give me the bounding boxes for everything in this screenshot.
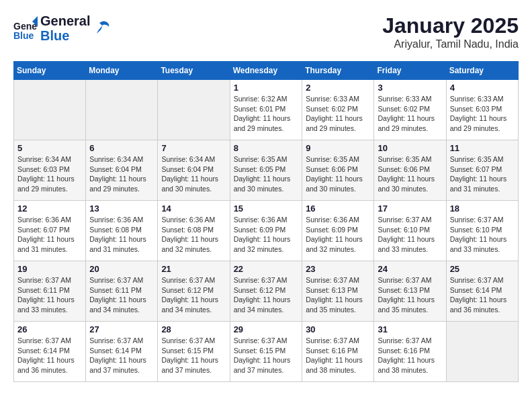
title-block: January 2025 Ariyalur, Tamil Nadu, India xyxy=(382,13,519,50)
calendar-cell: 18Sunrise: 6:37 AM Sunset: 6:10 PM Dayli… xyxy=(446,201,518,261)
location-subtitle: Ariyalur, Tamil Nadu, India xyxy=(382,38,519,50)
calendar-cell xyxy=(158,80,230,140)
day-info: Sunrise: 6:34 AM Sunset: 6:04 PM Dayligh… xyxy=(161,154,226,194)
month-year-title: January 2025 xyxy=(382,13,519,38)
day-info: Sunrise: 6:36 AM Sunset: 6:07 PM Dayligh… xyxy=(17,215,82,255)
day-info: Sunrise: 6:37 AM Sunset: 6:13 PM Dayligh… xyxy=(306,275,370,315)
day-info: Sunrise: 6:37 AM Sunset: 6:14 PM Dayligh… xyxy=(450,275,515,315)
day-info: Sunrise: 6:34 AM Sunset: 6:03 PM Dayligh… xyxy=(17,154,82,194)
day-info: Sunrise: 6:36 AM Sunset: 6:08 PM Dayligh… xyxy=(89,215,154,255)
days-of-week-row: SundayMondayTuesdayWednesdayThursdayFrid… xyxy=(14,62,519,80)
page-header: General Blue General Blue January 2025 A… xyxy=(13,13,519,50)
day-number: 26 xyxy=(17,324,82,334)
day-number: 9 xyxy=(306,143,370,153)
day-number: 3 xyxy=(378,83,442,93)
day-info: Sunrise: 6:35 AM Sunset: 6:06 PM Dayligh… xyxy=(306,154,370,194)
calendar-cell: 3Sunrise: 6:33 AM Sunset: 6:02 PM Daylig… xyxy=(374,80,446,140)
calendar-week-row: 12Sunrise: 6:36 AM Sunset: 6:07 PM Dayli… xyxy=(14,201,519,261)
day-number: 1 xyxy=(234,83,299,93)
calendar-cell: 21Sunrise: 6:37 AM Sunset: 6:12 PM Dayli… xyxy=(158,261,230,322)
logo-icon: General Blue xyxy=(13,16,38,40)
day-number: 20 xyxy=(89,264,154,274)
day-info: Sunrise: 6:37 AM Sunset: 6:16 PM Dayligh… xyxy=(306,336,370,375)
day-number: 10 xyxy=(378,143,442,153)
calendar-cell: 8Sunrise: 6:35 AM Sunset: 6:05 PM Daylig… xyxy=(230,140,302,201)
logo-general-text: General xyxy=(40,13,90,28)
svg-text:Blue: Blue xyxy=(13,30,34,40)
day-number: 18 xyxy=(450,203,515,214)
day-info: Sunrise: 6:37 AM Sunset: 6:10 PM Dayligh… xyxy=(450,215,515,255)
calendar-week-row: 19Sunrise: 6:37 AM Sunset: 6:11 PM Dayli… xyxy=(14,261,519,322)
day-info: Sunrise: 6:37 AM Sunset: 6:12 PM Dayligh… xyxy=(161,275,226,315)
day-info: Sunrise: 6:37 AM Sunset: 6:15 PM Dayligh… xyxy=(234,336,299,375)
day-number: 22 xyxy=(234,264,299,274)
day-info: Sunrise: 6:37 AM Sunset: 6:11 PM Dayligh… xyxy=(17,275,82,315)
calendar-cell: 15Sunrise: 6:36 AM Sunset: 6:09 PM Dayli… xyxy=(230,201,302,261)
day-number: 21 xyxy=(161,264,226,274)
day-number: 2 xyxy=(306,83,370,93)
day-info: Sunrise: 6:37 AM Sunset: 6:16 PM Dayligh… xyxy=(378,336,442,375)
calendar-cell: 30Sunrise: 6:37 AM Sunset: 6:16 PM Dayli… xyxy=(302,322,374,382)
calendar-week-row: 26Sunrise: 6:37 AM Sunset: 6:14 PM Dayli… xyxy=(14,322,519,382)
day-number: 11 xyxy=(450,143,515,153)
day-number: 23 xyxy=(306,264,370,274)
calendar-cell xyxy=(14,80,86,140)
day-info: Sunrise: 6:36 AM Sunset: 6:09 PM Dayligh… xyxy=(234,215,299,255)
calendar-body: 1Sunrise: 6:32 AM Sunset: 6:01 PM Daylig… xyxy=(14,80,519,382)
day-info: Sunrise: 6:33 AM Sunset: 6:02 PM Dayligh… xyxy=(378,94,442,134)
day-number: 15 xyxy=(234,203,299,214)
calendar-cell: 27Sunrise: 6:37 AM Sunset: 6:14 PM Dayli… xyxy=(86,322,158,382)
calendar-cell: 6Sunrise: 6:34 AM Sunset: 6:04 PM Daylig… xyxy=(86,140,158,201)
day-info: Sunrise: 6:36 AM Sunset: 6:09 PM Dayligh… xyxy=(306,215,370,255)
calendar-cell: 25Sunrise: 6:37 AM Sunset: 6:14 PM Dayli… xyxy=(446,261,518,322)
day-info: Sunrise: 6:37 AM Sunset: 6:11 PM Dayligh… xyxy=(89,275,154,315)
calendar-cell: 13Sunrise: 6:36 AM Sunset: 6:08 PM Dayli… xyxy=(86,201,158,261)
day-number: 7 xyxy=(161,143,226,153)
day-of-week-header: Sunday xyxy=(14,62,86,80)
day-number: 13 xyxy=(89,203,154,214)
calendar-cell xyxy=(86,80,158,140)
calendar-cell: 19Sunrise: 6:37 AM Sunset: 6:11 PM Dayli… xyxy=(14,261,86,322)
calendar-cell: 1Sunrise: 6:32 AM Sunset: 6:01 PM Daylig… xyxy=(230,80,302,140)
day-number: 6 xyxy=(89,143,154,153)
calendar-cell: 2Sunrise: 6:33 AM Sunset: 6:02 PM Daylig… xyxy=(302,80,374,140)
day-info: Sunrise: 6:37 AM Sunset: 6:12 PM Dayligh… xyxy=(234,275,299,315)
calendar-week-row: 1Sunrise: 6:32 AM Sunset: 6:01 PM Daylig… xyxy=(14,80,519,140)
day-number: 4 xyxy=(450,83,515,93)
day-number: 16 xyxy=(306,203,370,214)
day-number: 28 xyxy=(161,324,226,334)
calendar-cell: 26Sunrise: 6:37 AM Sunset: 6:14 PM Dayli… xyxy=(14,322,86,382)
day-info: Sunrise: 6:36 AM Sunset: 6:08 PM Dayligh… xyxy=(161,215,226,255)
calendar-cell: 28Sunrise: 6:37 AM Sunset: 6:15 PM Dayli… xyxy=(158,322,230,382)
calendar-cell: 11Sunrise: 6:35 AM Sunset: 6:07 PM Dayli… xyxy=(446,140,518,201)
day-info: Sunrise: 6:37 AM Sunset: 6:10 PM Dayligh… xyxy=(378,215,442,255)
day-of-week-header: Monday xyxy=(86,62,158,80)
calendar-cell: 31Sunrise: 6:37 AM Sunset: 6:16 PM Dayli… xyxy=(374,322,446,382)
day-info: Sunrise: 6:37 AM Sunset: 6:14 PM Dayligh… xyxy=(89,336,154,375)
day-of-week-header: Friday xyxy=(374,62,446,80)
calendar-cell xyxy=(446,322,518,382)
day-number: 19 xyxy=(17,264,82,274)
day-number: 27 xyxy=(89,324,154,334)
day-info: Sunrise: 6:35 AM Sunset: 6:07 PM Dayligh… xyxy=(450,154,515,194)
day-number: 31 xyxy=(378,324,442,334)
calendar-week-row: 5Sunrise: 6:34 AM Sunset: 6:03 PM Daylig… xyxy=(14,140,519,201)
day-number: 14 xyxy=(161,203,226,214)
day-info: Sunrise: 6:37 AM Sunset: 6:15 PM Dayligh… xyxy=(161,336,226,375)
calendar-cell: 12Sunrise: 6:36 AM Sunset: 6:07 PM Dayli… xyxy=(14,201,86,261)
day-of-week-header: Wednesday xyxy=(230,62,302,80)
calendar-cell: 16Sunrise: 6:36 AM Sunset: 6:09 PM Dayli… xyxy=(302,201,374,261)
calendar-cell: 14Sunrise: 6:36 AM Sunset: 6:08 PM Dayli… xyxy=(158,201,230,261)
day-info: Sunrise: 6:37 AM Sunset: 6:13 PM Dayligh… xyxy=(378,275,442,315)
day-of-week-header: Saturday xyxy=(446,62,518,80)
calendar-cell: 17Sunrise: 6:37 AM Sunset: 6:10 PM Dayli… xyxy=(374,201,446,261)
day-info: Sunrise: 6:35 AM Sunset: 6:05 PM Dayligh… xyxy=(234,154,299,194)
calendar-table: SundayMondayTuesdayWednesdayThursdayFrid… xyxy=(13,61,519,382)
day-number: 5 xyxy=(17,143,82,153)
day-number: 25 xyxy=(450,264,515,274)
calendar-cell: 4Sunrise: 6:33 AM Sunset: 6:03 PM Daylig… xyxy=(446,80,518,140)
day-info: Sunrise: 6:35 AM Sunset: 6:06 PM Dayligh… xyxy=(378,154,442,194)
day-number: 29 xyxy=(234,324,299,334)
calendar-cell: 5Sunrise: 6:34 AM Sunset: 6:03 PM Daylig… xyxy=(14,140,86,201)
day-number: 12 xyxy=(17,203,82,214)
